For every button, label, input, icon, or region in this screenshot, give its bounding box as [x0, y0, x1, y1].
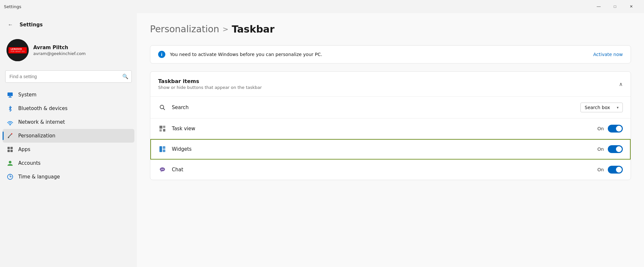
svg-rect-23 — [163, 149, 165, 152]
search-dropdown-control[interactable]: Search box ▾ — [580, 103, 623, 112]
svg-point-27 — [162, 169, 163, 170]
search-setting-row: Search Search box ▾ — [150, 97, 631, 119]
svg-rect-2 — [8, 97, 12, 98]
svg-rect-9 — [7, 150, 10, 152]
section-desc: Show or hide buttons that appear on the … — [158, 85, 262, 90]
banner-text: You need to activate Windows before you … — [170, 52, 589, 57]
search-setting-label: Search — [172, 105, 575, 110]
bluetooth-icon — [7, 105, 14, 112]
profile-info: Avram Piltch avram@geekinchief.com — [33, 45, 86, 56]
widgets-toggle[interactable] — [608, 145, 623, 153]
svg-point-26 — [161, 169, 162, 170]
sidebar-item-time-label: Time & language — [18, 174, 60, 180]
taskview-toggle[interactable] — [608, 125, 623, 133]
apps-icon — [7, 146, 14, 153]
svg-rect-19 — [159, 129, 162, 132]
sidebar-item-accounts[interactable]: Accounts — [3, 156, 134, 170]
widgets-toggle-label: On — [597, 147, 604, 152]
profile-name: Avram Piltch — [33, 45, 86, 50]
svg-rect-10 — [10, 150, 13, 152]
svg-rect-8 — [10, 147, 13, 149]
chat-toggle[interactable] — [608, 166, 623, 174]
search-setting-icon — [158, 103, 167, 112]
sidebar-header: ← Settings — [0, 18, 137, 35]
widgets-setting-row: Widgets On — [150, 139, 631, 160]
sidebar-item-bluetooth-label: Bluetooth & devices — [18, 105, 67, 111]
chat-setting-row: Chat On — [150, 160, 631, 180]
profile-section: LENOVO FOR WHAT DO Avram Piltch avram@ge… — [0, 35, 137, 65]
back-button[interactable]: ← — [5, 20, 16, 30]
sidebar-item-bluetooth[interactable]: Bluetooth & devices — [3, 102, 134, 115]
search-container: 🔍 — [0, 68, 137, 88]
network-icon — [7, 119, 14, 126]
taskview-setting-icon — [158, 124, 167, 133]
sidebar-item-time[interactable]: Time & language — [3, 170, 134, 184]
breadcrumb-current: Taskbar — [232, 23, 275, 35]
svg-point-6 — [11, 133, 12, 134]
dropdown-chevron-icon: ▾ — [617, 105, 619, 110]
sidebar: ← Settings LENOVO FOR WHAT DO Avram Pilt… — [0, 13, 137, 267]
search-dropdown-value: Search box — [585, 105, 610, 110]
nav-list: System Bluetooth & devices — [0, 88, 137, 262]
svg-rect-0 — [7, 92, 13, 96]
title-bar: Settings — □ ✕ — [0, 0, 644, 13]
maximize-button[interactable]: □ — [607, 1, 622, 12]
sidebar-item-system-label: System — [18, 92, 37, 98]
svg-line-16 — [163, 108, 165, 110]
chat-toggle-control: On — [597, 166, 623, 174]
chat-setting-icon — [158, 165, 167, 174]
svg-rect-17 — [159, 126, 162, 129]
settings-app-title: Settings — [4, 4, 21, 9]
system-icon — [7, 91, 14, 98]
time-icon — [7, 173, 14, 180]
chat-toggle-label: On — [597, 167, 604, 172]
sidebar-item-apps-label: Apps — [18, 147, 30, 152]
taskview-setting-row: Task view On — [150, 119, 631, 139]
search-dropdown[interactable]: Search box ▾ — [580, 103, 623, 112]
app-window: ← Settings LENOVO FOR WHAT DO Avram Pilt… — [0, 13, 644, 267]
widgets-toggle-control: On — [597, 145, 623, 153]
widgets-setting-icon — [158, 145, 167, 153]
svg-rect-18 — [163, 126, 165, 128]
profile-email: avram@geekinchief.com — [33, 51, 86, 56]
chevron-up-icon: ∧ — [619, 81, 623, 87]
svg-rect-22 — [163, 146, 165, 149]
svg-rect-1 — [9, 96, 11, 97]
sidebar-item-system[interactable]: System — [3, 88, 134, 102]
sidebar-item-accounts-label: Accounts — [18, 160, 40, 166]
sidebar-item-network[interactable]: Network & internet — [3, 115, 134, 129]
minimize-button[interactable]: — — [591, 1, 606, 12]
info-icon: i — [158, 51, 165, 58]
taskview-toggle-control: On — [597, 125, 623, 133]
sidebar-item-network-label: Network & internet — [18, 119, 65, 125]
svg-point-28 — [163, 169, 164, 170]
svg-point-3 — [10, 125, 10, 125]
svg-rect-7 — [7, 147, 10, 149]
sidebar-app-title: Settings — [20, 22, 43, 28]
sidebar-item-apps[interactable]: Apps — [3, 143, 134, 156]
svg-marker-25 — [160, 171, 162, 172]
lenovo-logo: LENOVO FOR WHAT DO — [8, 47, 26, 53]
close-button[interactable]: ✕ — [624, 1, 639, 12]
widgets-setting-label: Widgets — [172, 146, 592, 152]
search-input[interactable] — [5, 70, 132, 83]
activate-now-link[interactable]: Activate now — [593, 52, 623, 57]
taskbar-items-section: Taskbar items Show or hide buttons that … — [150, 71, 631, 180]
taskview-toggle-label: On — [597, 126, 604, 131]
section-title: Taskbar items — [158, 78, 262, 84]
personalization-icon — [7, 132, 14, 139]
taskview-setting-label: Task view — [172, 126, 592, 132]
activation-banner: i You need to activate Windows before yo… — [150, 45, 631, 63]
avatar: LENOVO FOR WHAT DO — [7, 39, 29, 61]
breadcrumb-parent: Personalization — [150, 24, 219, 35]
accounts-icon — [7, 160, 14, 167]
title-bar-controls: — □ ✕ — [591, 1, 639, 12]
title-bar-left: Settings — [4, 4, 21, 9]
sidebar-item-personalization[interactable]: Personalization — [3, 129, 134, 143]
search-wrapper: 🔍 — [5, 70, 132, 83]
svg-point-11 — [9, 161, 11, 163]
svg-line-5 — [8, 134, 12, 137]
svg-rect-21 — [159, 146, 162, 152]
taskbar-items-header[interactable]: Taskbar items Show or hide buttons that … — [150, 72, 631, 97]
breadcrumb-separator: > — [222, 25, 228, 33]
